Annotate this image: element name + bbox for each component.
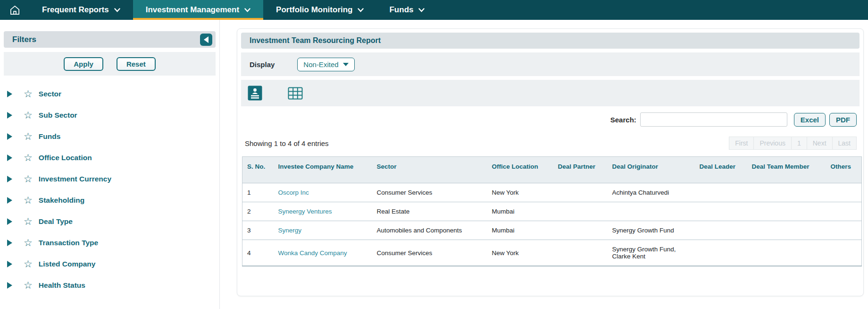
favorite-star-icon[interactable]: ☆	[24, 216, 33, 226]
expand-triangle-icon[interactable]	[7, 197, 12, 204]
favorite-star-icon[interactable]: ☆	[24, 238, 33, 248]
nav-tab-investment-management[interactable]: Investment Management	[133, 0, 263, 20]
filter-item-sector[interactable]: ☆ Sector	[0, 83, 219, 104]
favorite-star-icon[interactable]: ☆	[24, 259, 33, 269]
expand-triangle-icon[interactable]	[7, 218, 12, 225]
cell-deal-team-member	[747, 221, 826, 240]
expand-triangle-icon[interactable]	[7, 261, 12, 267]
cell-others	[826, 202, 862, 221]
filter-item-listed-company[interactable]: ☆ Listed Company	[0, 253, 219, 275]
filter-label: Investment Currency	[39, 175, 111, 183]
view-toggle-row	[241, 80, 860, 106]
search-label: Search:	[610, 116, 636, 124]
filter-item-health-status[interactable]: ☆ Health Status	[0, 275, 219, 296]
cell-s-no: 1	[242, 183, 274, 202]
table-view-button[interactable]	[288, 87, 303, 100]
pagination-next-button[interactable]: Next	[807, 137, 833, 150]
favorite-star-icon[interactable]: ☆	[24, 153, 33, 163]
cell-sector: Consumer Services	[372, 183, 487, 202]
favorite-star-icon[interactable]: ☆	[24, 280, 33, 290]
cell-s-no: 2	[242, 202, 274, 221]
cell-deal-leader	[695, 240, 747, 266]
reset-button[interactable]: Reset	[117, 57, 156, 71]
collapse-left-triangle-icon	[204, 36, 209, 43]
chevron-down-icon	[418, 8, 425, 12]
cell-deal-leader	[695, 221, 747, 240]
filters-sidebar: Filters Apply Reset ☆ Sector ☆ Sub Secto…	[0, 20, 220, 309]
expand-triangle-icon[interactable]	[7, 112, 12, 119]
filter-item-funds[interactable]: ☆ Funds	[0, 126, 219, 147]
excel-export-button[interactable]: Excel	[794, 113, 826, 127]
report-title-bar: Investment Team Resourcing Report	[241, 33, 860, 49]
apply-button[interactable]: Apply	[64, 57, 103, 71]
filter-item-sub-sector[interactable]: ☆ Sub Sector	[0, 104, 219, 126]
column-header-deal-originator: Deal Originator	[608, 157, 695, 183]
filter-label: Sub Sector	[39, 111, 77, 120]
chevron-down-icon	[244, 8, 250, 12]
filter-actions-row: Apply Reset	[4, 52, 216, 76]
expand-triangle-icon[interactable]	[7, 133, 12, 140]
expand-triangle-icon[interactable]	[7, 154, 12, 161]
company-link-oscorp-inc[interactable]: Oscorp Inc	[274, 183, 372, 202]
pagination-previous-button[interactable]: Previous	[753, 137, 791, 150]
cell-deal-originator: Achintya Chaturvedi	[608, 183, 695, 202]
favorite-star-icon[interactable]: ☆	[24, 195, 33, 205]
filter-item-transaction-type[interactable]: ☆ Transaction Type	[0, 232, 219, 253]
expand-triangle-icon[interactable]	[7, 282, 12, 289]
filters-title: Filters	[12, 35, 36, 44]
expand-triangle-icon[interactable]	[7, 91, 12, 97]
cell-sector: Real Estate	[372, 202, 487, 221]
filter-list: ☆ Sector ☆ Sub Sector ☆ Funds ☆ Office L…	[0, 83, 219, 296]
cell-office-location: New York	[487, 183, 553, 202]
cell-deal-partner	[553, 202, 608, 221]
display-dropdown[interactable]: Non-Exited	[297, 58, 354, 71]
cell-office-location: New York	[487, 240, 553, 266]
pdf-export-button[interactable]: PDF	[829, 113, 857, 127]
search-row: Search: Excel PDF	[241, 112, 860, 127]
table-row: 2 Syneergy Ventures Real Estate Mumbai	[242, 202, 862, 221]
table-meta-row: Showing 1 to 4 of 4 entries First Previo…	[241, 137, 860, 150]
pagination-first-button[interactable]: First	[729, 137, 754, 150]
cell-deal-leader	[695, 183, 747, 202]
filter-label: Sector	[39, 90, 61, 98]
company-link-syneergy-ventures[interactable]: Syneergy Ventures	[274, 202, 372, 221]
filter-item-stakeholding[interactable]: ☆ Stakeholding	[0, 189, 219, 211]
home-icon	[9, 5, 20, 16]
filter-label: Health Status	[39, 281, 85, 290]
cell-deal-team-member	[747, 202, 826, 221]
column-header-s-no: S. No.	[242, 157, 274, 183]
company-link-synergy[interactable]: Synergy	[274, 221, 372, 240]
filters-header: Filters	[4, 31, 216, 48]
cell-others	[826, 221, 862, 240]
expand-triangle-icon[interactable]	[7, 176, 12, 182]
cell-deal-leader	[695, 202, 747, 221]
company-link-wonka-candy-company[interactable]: Wonka Candy Company	[274, 240, 372, 266]
pagination: First Previous 1 Next Last	[729, 137, 857, 150]
favorite-star-icon[interactable]: ☆	[24, 89, 33, 99]
cell-deal-originator: Synergy Growth Fund, Clarke Kent	[608, 240, 695, 266]
cell-deal-partner	[553, 221, 608, 240]
contact-card-view-button[interactable]	[248, 86, 262, 101]
favorite-star-icon[interactable]: ☆	[24, 131, 33, 141]
collapse-sidebar-button[interactable]	[200, 34, 212, 46]
chevron-down-icon	[114, 8, 120, 12]
home-button[interactable]	[0, 0, 29, 20]
column-header-investee-company-name: Investee Company Name	[274, 157, 372, 183]
pagination-last-button[interactable]: Last	[832, 137, 857, 150]
favorite-star-icon[interactable]: ☆	[24, 110, 33, 120]
showing-entries-text: Showing 1 to 4 of 4 entries	[245, 139, 329, 147]
filter-item-deal-type[interactable]: ☆ Deal Type	[0, 211, 219, 232]
cell-deal-team-member	[747, 183, 826, 202]
pagination-page-1-button[interactable]: 1	[791, 137, 807, 150]
nav-tab-funds[interactable]: Funds	[376, 0, 437, 20]
nav-tab-portfolio-monitoring[interactable]: Portfolio Monitoring	[263, 0, 376, 20]
column-header-deal-partner: Deal Partner	[553, 157, 608, 183]
search-input[interactable]	[640, 112, 787, 127]
table-header-row: S. No. Investee Company Name Sector Offi…	[242, 157, 862, 183]
filter-item-investment-currency[interactable]: ☆ Investment Currency	[0, 168, 219, 189]
favorite-star-icon[interactable]: ☆	[24, 174, 33, 184]
expand-triangle-icon[interactable]	[7, 240, 12, 246]
filter-item-office-location[interactable]: ☆ Office Location	[0, 147, 219, 168]
nav-tab-frequent-reports[interactable]: Frequent Reports	[29, 0, 133, 20]
cell-sector: Automobiles and Components	[372, 221, 487, 240]
